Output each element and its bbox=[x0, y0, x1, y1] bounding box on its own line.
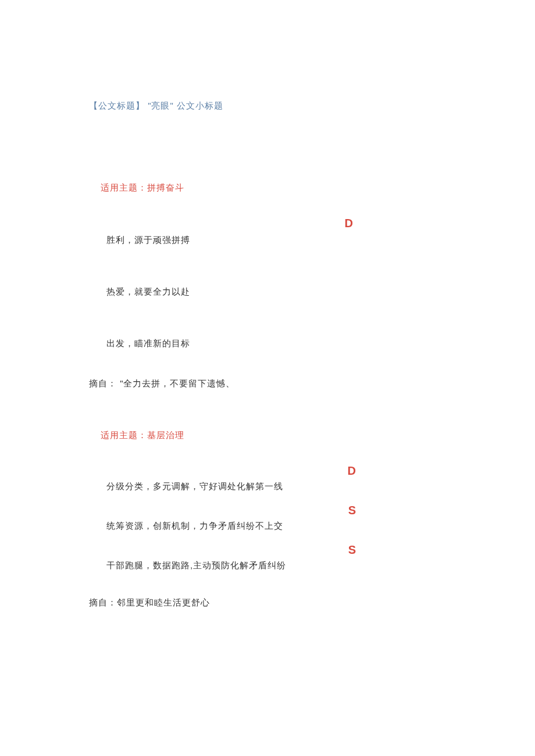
item-text: 统筹资源，创新机制，力争矛盾纠纷不上交 bbox=[106, 521, 446, 532]
theme-label: 适用主题：基层治理 bbox=[101, 430, 446, 441]
section-governance: 适用主题：基层治理 D 分级分类，多元调解，守好调处化解第一线 S 统筹资源，创… bbox=[89, 430, 446, 608]
section-struggle: 适用主题：拼搏奋斗 D 胜利，源于顽强拼搏 热爱，就要全力以赴 出发，瞄准新的目… bbox=[89, 182, 446, 389]
item-text: 出发，瞄准新的目标 bbox=[106, 338, 446, 349]
item-text: 干部跑腿，数据跑路,主动预防化解矛盾纠纷 bbox=[106, 560, 446, 571]
marker-s: S bbox=[89, 543, 356, 557]
marker-d: D bbox=[89, 464, 356, 478]
item-text: 分级分类，多元调解，守好调处化解第一线 bbox=[106, 481, 446, 492]
marker-d: D bbox=[89, 217, 353, 230]
page-title: 【公文标题】 "亮眼" 公文小标题 bbox=[89, 101, 223, 112]
theme-label: 适用主题：拼搏奋斗 bbox=[101, 182, 446, 194]
source-text: 摘自： "全力去拼，不要留下遗憾、 bbox=[89, 378, 446, 389]
item-text: 胜利，源于顽强拼搏 bbox=[106, 235, 446, 246]
marker-s: S bbox=[89, 504, 356, 517]
item-text: 热爱，就要全力以赴 bbox=[106, 286, 446, 298]
source-text: 摘自：邻里更和睦生活更舒心 bbox=[89, 597, 446, 608]
